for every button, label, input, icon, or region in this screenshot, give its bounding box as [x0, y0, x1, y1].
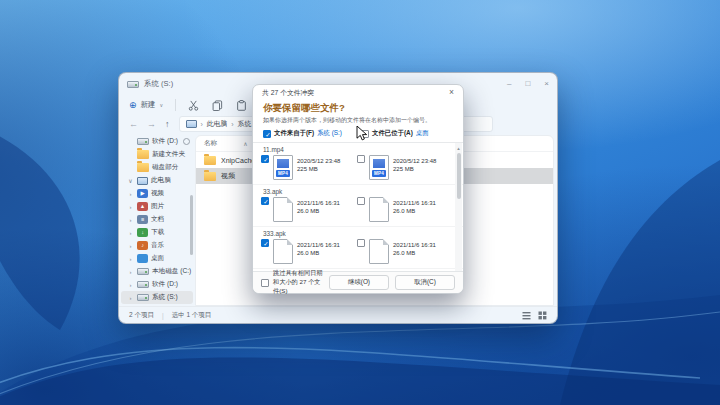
source-file-option[interactable]: 2021/11/6 16:31 26.0 MB: [261, 239, 353, 264]
back-button[interactable]: ←: [129, 119, 138, 129]
sidebar-item-disk-folder[interactable]: 磁盘部分: [121, 161, 193, 174]
downloads-icon: ↓: [137, 228, 148, 237]
generic-file-icon: [369, 239, 389, 264]
chevron-collapsed-icon[interactable]: ›: [127, 295, 134, 301]
paste-icon[interactable]: [236, 100, 247, 111]
dialog-title: 共 27 个文件冲突: [262, 88, 314, 98]
file-name: XnipCache: [221, 157, 255, 164]
chevron-expanded-icon[interactable]: ∨: [127, 177, 134, 184]
sidebar-item-new-folder[interactable]: 新建文件夹: [121, 148, 193, 161]
explorer-statusbar: 2 个项目 | 选中 1 个项目: [119, 306, 557, 323]
copy-icon[interactable]: [212, 100, 223, 111]
chevron-collapsed-icon[interactable]: ›: [127, 191, 134, 197]
scroll-up-icon[interactable]: ▴: [455, 145, 462, 151]
dest-file-option[interactable]: 2021/11/6 16:31 26.0 MB: [357, 197, 453, 222]
dialog-close-button[interactable]: ×: [449, 88, 454, 97]
close-button[interactable]: ×: [544, 80, 549, 88]
status-separator: |: [162, 312, 164, 319]
dest-file-option[interactable]: 2021/11/6 16:31 26.0 MB: [357, 239, 453, 264]
breadcrumb-sep-icon: ›: [231, 121, 233, 128]
sidebar-item-pinned-drive-d[interactable]: 软件 (D:): [121, 135, 193, 148]
conflict-row: 11.mp4 MP4 2020/5/12 23:48 225 MB: [253, 143, 463, 185]
video-thumbnail-icon: [277, 159, 289, 168]
chevron-collapsed-icon[interactable]: ›: [127, 204, 134, 210]
source-file-checkbox[interactable]: [261, 155, 269, 163]
sidebar-item-documents[interactable]: › ≡ 文档: [121, 213, 193, 226]
details-view-icon[interactable]: [522, 311, 531, 320]
generic-file-icon: [273, 239, 293, 264]
mp4-badge: MP4: [276, 170, 290, 177]
source-location-link[interactable]: 系统 (S:): [317, 129, 342, 138]
sidebar-item-label: 此电脑: [151, 176, 171, 185]
up-button[interactable]: ↑: [165, 119, 170, 129]
chevron-collapsed-icon[interactable]: ›: [127, 282, 134, 288]
cut-icon[interactable]: [188, 100, 199, 111]
dest-location-link[interactable]: 桌面: [416, 129, 429, 138]
pin-icon: [183, 138, 190, 145]
select-all-source-checkbox[interactable]: [263, 130, 271, 138]
dest-file-checkbox[interactable]: [357, 155, 365, 163]
breadcrumb-this-pc[interactable]: 此电脑: [207, 119, 227, 129]
music-icon: ♪: [137, 241, 148, 250]
videos-icon: ▶: [137, 189, 148, 198]
source-file-checkbox[interactable]: [261, 239, 269, 247]
cancel-button[interactable]: 取消(C): [395, 275, 455, 290]
sidebar-item-label: 系统 (S:): [152, 293, 178, 302]
file-date: 2021/11/6 16:31: [297, 242, 340, 248]
source-file-option[interactable]: 2021/11/6 16:31 26.0 MB: [261, 197, 353, 222]
dialog-scrollbar[interactable]: ▴: [455, 143, 462, 271]
generic-file-icon: [273, 197, 293, 222]
sidebar-item-videos[interactable]: › ▶ 视频: [121, 187, 193, 200]
dialog-footer: 跳过具有相同日期和大小的 27 个文件(S) 继续(O) 取消(C): [253, 271, 463, 293]
chevron-collapsed-icon[interactable]: ›: [127, 217, 134, 223]
sidebar-item-music[interactable]: › ♪ 音乐: [121, 239, 193, 252]
sidebar-item-downloads[interactable]: › ↓ 下载: [121, 226, 193, 239]
drive-icon: [137, 294, 149, 301]
dest-file-checkbox[interactable]: [357, 197, 365, 205]
new-button-label: 新建: [141, 100, 156, 110]
selected-count: 选中 1 个项目: [172, 311, 212, 320]
dest-file-checkbox[interactable]: [357, 239, 365, 247]
drive-icon: [137, 268, 149, 275]
items-count: 2 个项目: [129, 311, 154, 320]
mp4-file-icon: MP4: [273, 155, 293, 180]
continue-button[interactable]: 继续(O): [329, 275, 389, 290]
chevron-collapsed-icon[interactable]: ›: [127, 230, 134, 236]
sidebar-item-label: 桌面: [151, 254, 164, 263]
maximize-button[interactable]: □: [525, 80, 530, 88]
dialog-titlebar[interactable]: 共 27 个文件冲突 ×: [253, 85, 463, 100]
source-file-checkbox[interactable]: [261, 197, 269, 205]
dialog-heading: 你要保留哪些文件?: [263, 102, 345, 115]
thumbnail-view-icon[interactable]: [538, 311, 547, 320]
file-conflict-dialog[interactable]: 共 27 个文件冲突 × 你要保留哪些文件? 如果你选择两个版本，则移动的文件将…: [252, 84, 464, 294]
chevron-collapsed-icon[interactable]: ›: [127, 243, 134, 249]
sidebar-item-drive-s[interactable]: › 系统 (S:): [121, 291, 193, 304]
desktop-icon: [137, 254, 148, 263]
sidebar-scrollbar[interactable]: [190, 195, 193, 255]
file-size: 225 MB: [297, 166, 318, 172]
window-title: 系统 (S:): [144, 79, 173, 89]
chevron-collapsed-icon[interactable]: ›: [127, 256, 134, 262]
minimize-button[interactable]: –: [507, 80, 511, 88]
sidebar-item-desktop[interactable]: › 桌面: [121, 252, 193, 265]
chevron-collapsed-icon[interactable]: ›: [127, 269, 134, 275]
dest-header-label: 文件已位于(A): [372, 129, 413, 138]
sidebar-item-this-pc[interactable]: ∨ 此电脑: [121, 174, 193, 187]
dest-file-option[interactable]: MP4 2020/5/12 23:48 225 MB: [357, 155, 453, 180]
sidebar-item-local-disk-c[interactable]: › 本地磁盘 (C:): [121, 265, 193, 278]
mp4-file-icon: MP4: [369, 155, 389, 180]
file-date: 2021/11/6 16:31: [393, 242, 436, 248]
new-plus-icon: ⊕: [129, 100, 137, 110]
sidebar-item-drive-d[interactable]: › 软件 (D:): [121, 278, 193, 291]
new-button[interactable]: ⊕ 新建 ∨: [129, 100, 163, 110]
scrollbar-thumb[interactable]: [457, 153, 461, 199]
sidebar-item-label: 视频: [151, 189, 164, 198]
forward-button[interactable]: →: [147, 119, 156, 129]
sidebar-item-label: 新建文件夹: [152, 150, 185, 159]
folder-icon: [137, 163, 149, 172]
sidebar-item-pictures[interactable]: › ▲ 图片: [121, 200, 193, 213]
generic-file-icon: [369, 197, 389, 222]
drive-icon: [137, 281, 149, 288]
skip-same-files-checkbox[interactable]: [261, 279, 269, 287]
source-file-option[interactable]: MP4 2020/5/12 23:48 225 MB: [261, 155, 353, 180]
